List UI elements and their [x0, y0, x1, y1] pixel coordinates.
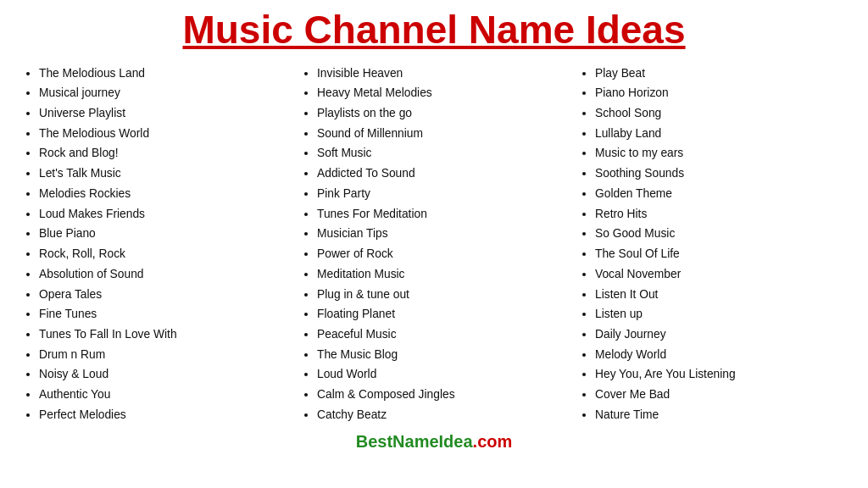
- list-item: Hey You, Are You Listening: [595, 364, 844, 385]
- list-item: The Soul Of Life: [595, 244, 844, 264]
- list-item: Authentic You: [39, 385, 288, 405]
- list-1: The Melodious LandMusical journeyUnivers…: [24, 64, 288, 425]
- list-item: Fine Tunes: [39, 304, 288, 324]
- list-item: Musician Tips: [317, 224, 566, 244]
- list-item: The Melodious Land: [39, 64, 288, 84]
- page-container: Music Channel Name Ideas The Melodious L…: [0, 0, 868, 488]
- list-item: Perfect Melodies: [39, 405, 288, 425]
- list-3: Play BeatPiano HorizonSchool SongLullaby…: [580, 64, 844, 425]
- list-item: Let's Talk Music: [39, 164, 288, 184]
- list-item: Plug in & tune out: [317, 285, 566, 305]
- list-item: Invisible Heaven: [317, 64, 566, 84]
- footer: BestNameIdea.com: [17, 432, 851, 452]
- list-item: Universe Playlist: [39, 103, 288, 124]
- footer-red-text: .com: [473, 432, 513, 451]
- list-item: Blue Piano: [39, 224, 288, 244]
- list-item: Music to my ears: [595, 143, 844, 164]
- list-item: Noisy & Loud: [39, 364, 288, 385]
- list-item: Lullaby Land: [595, 124, 844, 144]
- list-item: Tunes For Meditation: [317, 204, 566, 225]
- column-3: Play BeatPiano HorizonSchool SongLullaby…: [573, 64, 851, 425]
- list-item: Opera Tales: [39, 285, 288, 305]
- list-item: Golden Theme: [595, 184, 844, 204]
- list-item: Loud Makes Friends: [39, 204, 288, 225]
- list-item: Daily Journey: [595, 324, 844, 345]
- list-item: Floating Planet: [317, 304, 566, 324]
- list-item: Tunes To Fall In Love With: [39, 324, 288, 345]
- list-item: Cover Me Bad: [595, 385, 844, 405]
- page-title: Music Channel Name Ideas: [17, 8, 851, 52]
- list-item: Catchy Beatz: [317, 405, 566, 425]
- list-item: The Melodious World: [39, 124, 288, 144]
- list-item: Absolution of Sound: [39, 264, 288, 285]
- list-item: Calm & Composed Jingles: [317, 385, 566, 405]
- list-item: Soothing Sounds: [595, 164, 844, 184]
- list-item: Soft Music: [317, 143, 566, 164]
- footer-green-text: BestNameIdea: [356, 432, 473, 451]
- list-item: So Good Music: [595, 224, 844, 244]
- list-item: Play Beat: [595, 64, 844, 84]
- list-item: Melodies Rockies: [39, 184, 288, 204]
- list-2: Invisible HeavenHeavy Metal MelodiesPlay…: [302, 64, 566, 425]
- list-item: Loud World: [317, 364, 566, 385]
- list-item: Rock and Blog!: [39, 143, 288, 164]
- list-item: Playlists on the go: [317, 103, 566, 124]
- list-item: Rock, Roll, Rock: [39, 244, 288, 264]
- list-item: Vocal November: [595, 264, 844, 285]
- list-item: Musical journey: [39, 83, 288, 103]
- list-item: Addicted To Sound: [317, 164, 566, 184]
- list-item: Sound of Millennium: [317, 124, 566, 144]
- list-item: Power of Rock: [317, 244, 566, 264]
- list-item: Melody World: [595, 345, 844, 365]
- list-item: Retro Hits: [595, 204, 844, 225]
- column-1: The Melodious LandMusical journeyUnivers…: [17, 64, 295, 425]
- list-item: Peaceful Music: [317, 324, 566, 345]
- columns-wrapper: The Melodious LandMusical journeyUnivers…: [17, 64, 851, 425]
- list-item: Piano Horizon: [595, 83, 844, 103]
- list-item: Nature Time: [595, 405, 844, 425]
- list-item: Listen up: [595, 304, 844, 324]
- list-item: School Song: [595, 103, 844, 124]
- list-item: Drum n Rum: [39, 345, 288, 365]
- list-item: Meditation Music: [317, 264, 566, 285]
- list-item: Pink Party: [317, 184, 566, 204]
- list-item: Heavy Metal Melodies: [317, 83, 566, 103]
- list-item: Listen It Out: [595, 285, 844, 305]
- list-item: The Music Blog: [317, 345, 566, 365]
- column-2: Invisible HeavenHeavy Metal MelodiesPlay…: [295, 64, 573, 425]
